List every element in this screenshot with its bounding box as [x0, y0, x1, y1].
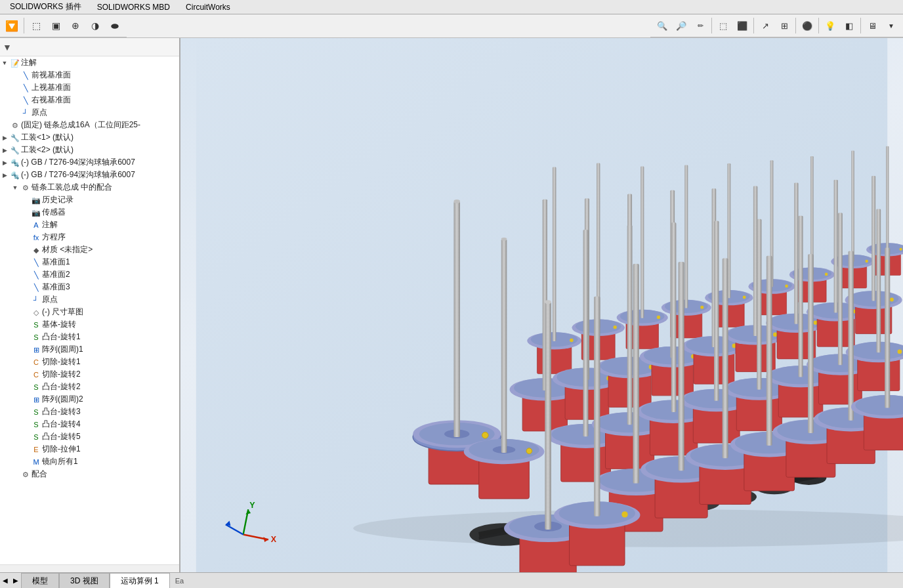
svg-rect-190 [885, 247, 890, 408]
toolbar-color-btn[interactable]: ◑ [86, 16, 104, 35]
tree-expand-23 [21, 333, 30, 342]
tree-item-32[interactable]: E切除-拉伸1 [0, 443, 179, 455]
tab-motion[interactable]: 运动算例 1 [110, 573, 170, 588]
tree-expand-8[interactable]: ▶ [0, 146, 9, 155]
tree-item-26[interactable]: C切除-旋转2 [0, 368, 179, 381]
tree-item-6[interactable]: ⚙(固定) 链条总成16A（工位间距25- [0, 119, 179, 131]
menu-circuitworks[interactable]: CircuitWorks [178, 1, 238, 14]
svg-rect-142 [778, 382, 823, 417]
tree-item-9[interactable]: ▶🔩(-) GB / T276-94深沟球轴承6007 [0, 156, 179, 169]
tree-expand-22 [21, 320, 30, 329]
tree-item-15[interactable]: fx方程序 [0, 231, 179, 243]
rt-sphere-btn[interactable]: ⚫ [798, 16, 816, 35]
tab-model[interactable]: 模型 [21, 573, 59, 588]
feature-tree[interactable]: ▼📝注解 ╲前视基准面 ╲上视基准面 ╲右视基准面 ┘原点 ⚙(固定) 链条总成… [0, 56, 179, 564]
filter-icon[interactable]: ▼ [3, 42, 12, 52]
tab-nav-next[interactable]: ▶ [10, 574, 21, 587]
tree-label-7: 工装<1> (默认) [21, 132, 74, 143]
tree-item-16[interactable]: ◆材质 <未指定> [0, 243, 179, 256]
tree-item-25[interactable]: C切除-旋转1 [0, 356, 179, 368]
tree-item-31[interactable]: S凸台-旋转5 [0, 430, 179, 443]
rt-box-btn[interactable]: ⬚ [714, 16, 732, 35]
tree-item-28[interactable]: ⊞阵列(圆周)2 [0, 393, 179, 406]
menu-solidworks-mbd[interactable]: SOLIDWORKS MBD [90, 1, 177, 14]
rt-edit-btn[interactable]: ✏ [691, 16, 709, 35]
svg-text:Y: Y [249, 501, 255, 510]
toolbar-view-btn[interactable]: 🔽 [3, 16, 21, 35]
tree-label-24: 阵列(圆周)1 [42, 344, 83, 355]
tree-label-31: 凸台-旋转5 [42, 431, 81, 442]
tree-item-8[interactable]: ▶🔧工装<2> (默认) [0, 144, 179, 156]
tree-label-34: 配合 [32, 469, 47, 480]
tab-3d-view[interactable]: 3D 视图 [59, 573, 110, 588]
tree-label-5: 原点 [32, 107, 47, 118]
rt-chevron-btn[interactable]: ▼ [882, 16, 900, 35]
tree-item-10[interactable]: ▶🔩(-) GB / T276-94深沟球轴承6007 [0, 169, 179, 181]
tree-item-13[interactable]: 📷传感器 [0, 206, 179, 219]
tree-item-29[interactable]: S凸台-旋转3 [0, 406, 179, 418]
rt-zoom-btn[interactable]: 🔎 [672, 16, 690, 35]
tree-expand-1[interactable]: ▼ [0, 58, 9, 68]
tree-item-20[interactable]: ┘原点 [0, 293, 179, 306]
tree-item-4[interactable]: ╲右视基准面 [0, 94, 179, 106]
tree-item-18[interactable]: ╲基准面2 [0, 268, 179, 281]
tree-icon-5: ┘ [20, 108, 32, 118]
tree-item-23[interactable]: S凸台-旋转1 [0, 331, 179, 343]
tree-item-1[interactable]: ▼📝注解 [0, 56, 179, 69]
rt-monitor-btn[interactable]: 🖥 [863, 16, 881, 35]
tree-item-33[interactable]: M镜向所有1 [0, 455, 179, 468]
3d-viewport[interactable]: X Y [180, 38, 903, 572]
svg-rect-165 [679, 262, 684, 471]
model-container: X Y [180, 38, 903, 572]
tree-hscroll[interactable] [0, 564, 179, 572]
tree-icon-15: fx [30, 232, 42, 243]
tree-item-3[interactable]: ╲上视基准面 [0, 81, 179, 94]
rt-sep5 [860, 18, 861, 33]
tree-icon-20: ┘ [30, 295, 42, 305]
model-svg: X Y [180, 38, 903, 572]
rt-material-btn[interactable]: ◧ [840, 16, 858, 35]
tree-icon-13: 📷 [30, 207, 42, 218]
tree-expand-9[interactable]: ▶ [0, 158, 9, 167]
tree-item-24[interactable]: ⊞阵列(圆周)1 [0, 343, 179, 356]
menu-solidworks-plugins[interactable]: SOLIDWORKS 插件 [3, 0, 89, 14]
tree-item-12[interactable]: 📷历史记录 [0, 194, 179, 206]
tree-item-21[interactable]: ◇(-) 尺寸草图 [0, 306, 179, 318]
rt-search-btn[interactable]: 🔍 [653, 16, 671, 35]
tree-expand-26 [21, 370, 30, 379]
tree-label-4: 右视基准面 [32, 94, 71, 106]
toolbar-crosshair-btn[interactable]: ⊕ [66, 16, 85, 35]
svg-point-61 [825, 273, 828, 276]
tree-item-17[interactable]: ╲基准面1 [0, 256, 179, 268]
tree-item-7[interactable]: ▶🔧工装<1> (默认) [0, 131, 179, 144]
rt-light-btn[interactable]: 💡 [821, 16, 839, 35]
tree-item-34[interactable]: ⚙配合 [0, 468, 179, 480]
toolbar-circle-btn[interactable]: ⬬ [106, 16, 124, 35]
tab-nav-prev[interactable]: ◀ [0, 574, 10, 587]
toolbar-table-btn[interactable]: ⬚ [27, 16, 45, 35]
tree-expand-7[interactable]: ▶ [0, 133, 9, 142]
tree-label-32: 切除-拉伸1 [42, 444, 81, 455]
rt-grid-btn[interactable]: ⊞ [775, 16, 793, 35]
toolbar-row: 🔽 ⬚ ▣ ⊕ ◑ ⬬ 🔍 🔎 ✏ ⬚ ⬛ ↗ ⊞ ⚫ 💡 ◧ 🖥 ▼ [0, 14, 903, 38]
toolbar-list-btn[interactable]: ▣ [47, 16, 65, 35]
tree-item-11[interactable]: ▼⚙链条工装总成 中的配合 [0, 181, 179, 194]
tree-icon-24: ⊞ [30, 345, 42, 355]
tree-item-14[interactable]: A注解 [0, 219, 179, 231]
tree-icon-23: S [30, 332, 42, 343]
tree-label-19: 基准面3 [42, 282, 70, 293]
svg-rect-120 [583, 230, 589, 436]
tree-expand-10[interactable]: ▶ [0, 171, 9, 180]
tree-expand-11[interactable]: ▼ [10, 183, 20, 192]
rt-arrow-btn[interactable]: ↗ [756, 16, 774, 35]
rt-cube-btn[interactable]: ⬛ [733, 16, 751, 35]
tree-item-2[interactable]: ╲前视基准面 [0, 69, 179, 81]
tree-item-27[interactable]: S凸台-旋转2 [0, 381, 179, 393]
tree-item-5[interactable]: ┘原点 [0, 106, 179, 119]
tree-item-30[interactable]: S凸台-旋转4 [0, 418, 179, 430]
tree-item-19[interactable]: ╲基准面3 [0, 281, 179, 293]
tree-icon-14: A [30, 220, 42, 230]
tree-label-22: 基体-旋转 [42, 319, 76, 330]
tree-item-22[interactable]: S基体-旋转 [0, 318, 179, 331]
tree-label-23: 凸台-旋转1 [42, 331, 81, 343]
